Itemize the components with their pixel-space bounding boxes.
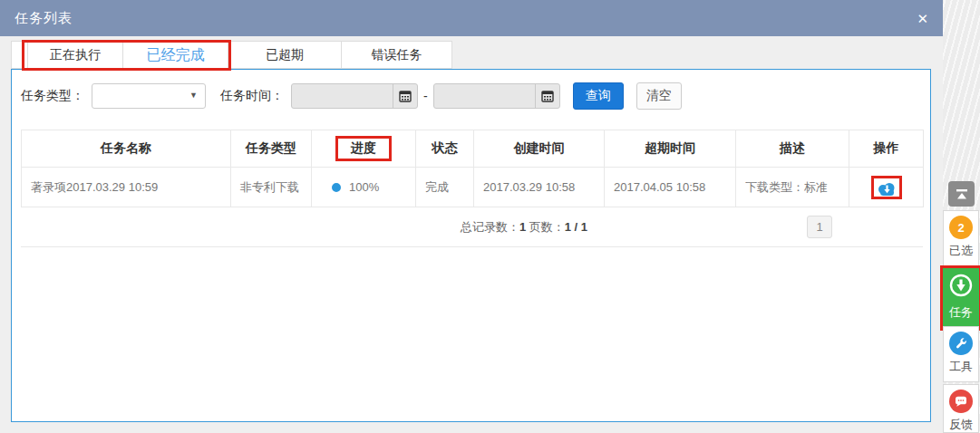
tab-overdue[interactable]: 已超期: [228, 41, 342, 69]
progress-ring-icon: [332, 183, 341, 192]
page-number-button[interactable]: 1: [807, 216, 832, 238]
calendar-icon[interactable]: [535, 84, 559, 108]
pagination-row: 总记录数：1 页数：1 / 1 1: [21, 207, 923, 247]
date-range-separator: -: [423, 89, 428, 103]
collapse-to-top-icon: [955, 188, 969, 201]
cell-task-type: 非专利下载: [231, 168, 312, 207]
col-task-name: 任务名称: [22, 130, 231, 168]
selected-card[interactable]: 2 已选: [943, 210, 979, 266]
circle-download-icon: [949, 274, 973, 297]
dialog-header: 任务列表 ✕: [0, 0, 943, 36]
tools-card[interactable]: 工具: [943, 326, 979, 382]
date-from-input[interactable]: [291, 83, 418, 109]
chevron-down-icon: ▼: [189, 91, 198, 100]
task-list-dialog: 任务列表 ✕ 正在执行 已经完成 已超期 错误任务 任务类型： ▼ 任务时间：: [0, 0, 943, 433]
wrench-icon: [949, 332, 973, 355]
tab-spacer: [11, 41, 27, 69]
annotation-box-progress: 进度: [335, 136, 392, 161]
content-panel: 任务类型： ▼ 任务时间：: [11, 69, 931, 422]
pages-value: 1 / 1: [565, 220, 587, 234]
col-task-type: 任务类型: [231, 130, 312, 168]
cell-status: 完成: [416, 168, 474, 207]
cloud-download-icon: [877, 181, 897, 197]
feedback-card[interactable]: 反馈: [943, 384, 979, 433]
page: 任务列表 ✕ 正在执行 已经完成 已超期 错误任务 任务类型： ▼ 任务时间：: [0, 0, 980, 433]
dialog-title: 任务列表: [15, 10, 73, 27]
task-time-label: 任务时间：: [220, 88, 284, 104]
annotation-box-download[interactable]: [871, 176, 902, 199]
tab-bar: 正在执行 已经完成 已超期 错误任务: [11, 41, 452, 69]
progress-value: 100%: [349, 180, 379, 194]
calendar-icon[interactable]: [393, 84, 417, 108]
table-row: 著录项2017.03.29 10:59 非专利下载 100% 完成 2017.0…: [22, 168, 924, 207]
date-to-input[interactable]: [433, 83, 560, 109]
cell-task-name: 著录项2017.03.29 10:59: [22, 168, 231, 207]
tab-running[interactable]: 正在执行: [27, 41, 123, 69]
collapse-button[interactable]: [948, 181, 975, 207]
selected-count-badge: 2: [949, 216, 973, 239]
cell-expire: 2017.04.05 10:58: [605, 168, 736, 207]
pages-label: 页数：: [529, 220, 565, 234]
col-description: 描述: [736, 130, 849, 168]
col-expire: 超期时间: [605, 130, 736, 168]
tasks-label: 任务: [944, 304, 978, 321]
cell-operation: [849, 168, 924, 207]
task-type-label: 任务类型：: [21, 88, 84, 104]
cell-description: 下载类型：标准: [736, 168, 849, 207]
tab-completed[interactable]: 已经完成: [123, 41, 228, 69]
tasks-card[interactable]: 任务: [943, 268, 979, 328]
records-label: 总记录数：: [461, 220, 519, 234]
records-value: 1: [519, 220, 526, 234]
selected-count: 2: [957, 221, 964, 235]
selected-label: 已选: [944, 243, 978, 259]
right-sidebar: 2 已选 任务 工具: [940, 0, 980, 433]
table-header-row: 任务名称 任务类型 进度 状态 创建时间 超期时间 描述 操作: [22, 130, 924, 168]
col-status: 状态: [416, 130, 474, 168]
filter-row: 任务类型： ▼ 任务时间：: [21, 82, 930, 110]
task-table: 任务名称 任务类型 进度 状态 创建时间 超期时间 描述 操作: [21, 130, 924, 207]
col-progress: 进度: [312, 130, 416, 168]
query-button[interactable]: 查询: [573, 82, 624, 110]
col-progress-label: 进度: [351, 140, 376, 155]
cell-progress: 100%: [312, 168, 416, 207]
cell-created: 2017.03.29 10:58: [474, 168, 605, 207]
col-operation: 操作: [849, 130, 924, 168]
tab-error[interactable]: 错误任务: [342, 41, 452, 69]
task-type-select[interactable]: ▼: [92, 83, 206, 109]
close-icon[interactable]: ✕: [917, 12, 928, 25]
pagination-summary: 总记录数：1 页数：1 / 1: [21, 207, 923, 247]
col-created: 创建时间: [474, 130, 605, 168]
feedback-label: 反馈: [944, 417, 978, 433]
clear-button[interactable]: 清空: [636, 82, 682, 110]
tools-label: 工具: [944, 359, 978, 375]
chat-bubble-icon: [949, 390, 973, 413]
